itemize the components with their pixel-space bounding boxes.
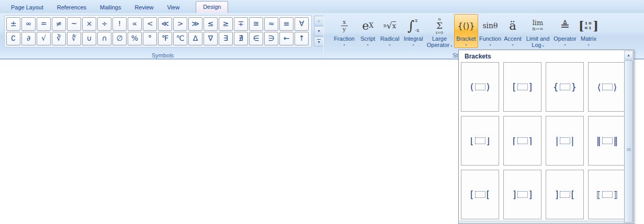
left-bracket-glyph: ⟦ [596,190,601,200]
symbol-button[interactable]: ∜ [67,32,81,45]
bracket-option-parentheses[interactable]: () [461,62,499,112]
bracket-option-floor[interactable]: ⌊⌋ [461,116,499,166]
scroll-thumb-grip [627,148,631,151]
symbol-button[interactable]: ° [143,32,157,45]
bracket-option-right-close-interval[interactable]: ]] [503,170,541,219]
symbol-button[interactable]: ∪ [82,32,96,45]
dropdown-footer [459,220,624,223]
scroll-thumb[interactable] [624,60,633,223]
structures-item-bracket[interactable]: {()}Bracket▾ [454,14,478,48]
symbol-button[interactable]: ℃ [173,32,187,45]
structures-item-script[interactable]: eXScript▾ [358,14,378,48]
symbol-button[interactable]: ≈ [264,17,278,31]
right-bracket-glyph: ⟩ [614,82,617,92]
gallery-scroll-up-button[interactable]: ▲ [314,16,324,26]
gallery-more-arrow-icon: ▼ [317,40,321,44]
symbol-button[interactable]: ∓ [234,17,248,31]
symbol-button[interactable]: ≅ [249,17,263,31]
symbol-button[interactable]: ∅ [112,32,127,45]
tab-page-layout[interactable]: Page Layout [4,2,50,13]
brackets-dropdown-title: Brackets [459,50,634,62]
symbol-button[interactable]: ∀ [295,17,309,31]
group-separator [323,15,324,55]
left-bracket-glyph: { [553,82,559,92]
bracket-option-left-open-interval[interactable]: [[ [461,170,499,219]
symbol-button[interactable]: ≠ [52,17,66,31]
fraction-icon: xy [341,16,348,36]
bracket-option-curly-braces[interactable]: {} [546,62,584,112]
dropdown-scrollbar[interactable]: ▲ [624,51,633,223]
symbol-button[interactable]: ↑ [295,32,309,45]
symbol-button[interactable]: ∄ [234,32,248,45]
symbol-button[interactable]: > [173,17,187,31]
gallery-more-button[interactable]: ▼ [314,37,324,46]
symbol-button[interactable]: ÷ [97,17,111,31]
structures-item-large-operator[interactable]: nΣi=0LargeOperator▾ [425,14,454,50]
symbol-button[interactable]: = [37,17,51,31]
symbol-button[interactable]: ∇ [204,32,218,45]
bracket-option-single-bars[interactable]: || [546,116,584,166]
symbol-button[interactable]: ∝ [128,17,142,31]
left-bracket-glyph: ⟨ [597,82,601,92]
symbol-button[interactable]: √ [37,32,51,45]
right-bracket-glyph: ‖ [614,136,618,146]
symbol-button[interactable]: ! [112,17,127,31]
symbol-button[interactable]: ∁ [6,32,20,45]
symbol-button[interactable]: ≪ [158,17,172,31]
structures-item-radical[interactable]: n√xRadical▾ [378,14,402,48]
equation-placeholder-box [560,84,570,90]
symbols-group: ±∞=≠~×÷!∝<≪>≫≤≥∓≅≈≡∀∁∂√∛∜∪∩∅%°℉℃Δ∇∃∄∈∋←↑… [2,14,323,58]
brackets-dropdown: Brackets ()[]{}⟨⟩⌊⌋⌈⌉||‖‖[[]]][⟦⟧ ▲ [458,50,634,224]
symbols-group-label: Symbols [2,52,323,58]
bracket-option-double-bars[interactable]: ‖‖ [588,116,626,166]
symbol-button[interactable]: ∋ [264,32,278,45]
tab-design[interactable]: Design [196,1,228,13]
symbol-button[interactable]: ∩ [97,32,111,45]
symbol-button[interactable]: < [143,17,157,31]
matrix-icon: [1001] [579,16,598,36]
right-bracket-glyph: | [571,136,574,146]
structures-item-function[interactable]: sinθFunction▾ [478,14,502,48]
structures-item-accent[interactable]: äAccent▾ [502,14,523,48]
left-bracket-glyph: ‖ [596,136,601,146]
symbol-button[interactable]: ∃ [219,32,233,45]
bracket-option-ceiling[interactable]: ⌈⌉ [503,116,541,166]
symbol-button[interactable]: ℉ [158,32,172,45]
symbol-button[interactable]: ∈ [249,32,263,45]
tab-view[interactable]: View [160,2,186,13]
tab-mailings[interactable]: Mailings [93,2,128,13]
bracket-option-angle-brackets[interactable]: ⟨⟩ [588,62,626,112]
symbol-button[interactable]: ≤ [204,17,218,31]
symbol-button[interactable]: ~ [67,17,81,31]
symbol-button[interactable]: Δ [188,32,202,45]
left-bracket-glyph: ( [470,82,474,92]
left-bracket-glyph: ⌈ [513,136,516,146]
structures-item-label: Limit and [526,36,550,42]
bracket-option-double-square-brackets[interactable]: ⟦⟧ [588,170,626,219]
structures-item-limit-and-log[interactable]: limn→∞Limit andLog▾ [523,14,552,50]
symbol-button[interactable]: ≥ [219,17,233,31]
structures-item-operator[interactable]: ≜Operator▾ [552,14,578,48]
symbol-button[interactable]: ∂ [21,32,36,45]
scroll-up-button[interactable]: ▲ [624,51,633,60]
symbol-button[interactable]: ± [6,17,20,31]
symbol-button[interactable]: ≡ [279,17,293,31]
structures-item-integral[interactable]: ∫x-xIntegral▾ [402,14,425,48]
structures-item-matrix[interactable]: [1001]Matrix▾ [578,14,600,48]
symbol-button[interactable]: ∞ [21,17,36,31]
tab-review[interactable]: Review [128,2,160,13]
symbol-button[interactable]: ≫ [188,17,202,31]
symbol-button[interactable]: ∛ [52,32,66,45]
left-bracket-glyph: ] [555,190,559,200]
symbol-button[interactable]: % [128,32,142,45]
tab-references[interactable]: References [50,2,93,13]
symbol-button[interactable]: ← [279,32,293,45]
bracket-option-square-brackets[interactable]: [] [503,62,541,112]
left-bracket-glyph: [ [470,190,474,200]
symbol-button[interactable]: × [82,17,96,31]
equation-placeholder-box [602,84,613,90]
structures-item-fraction[interactable]: xyFraction▾ [331,14,358,48]
right-bracket-glyph: [ [571,190,575,200]
bracket-option-open-interval[interactable]: ][ [546,170,584,219]
gallery-scroll-down-button[interactable]: ▼ [314,26,324,36]
